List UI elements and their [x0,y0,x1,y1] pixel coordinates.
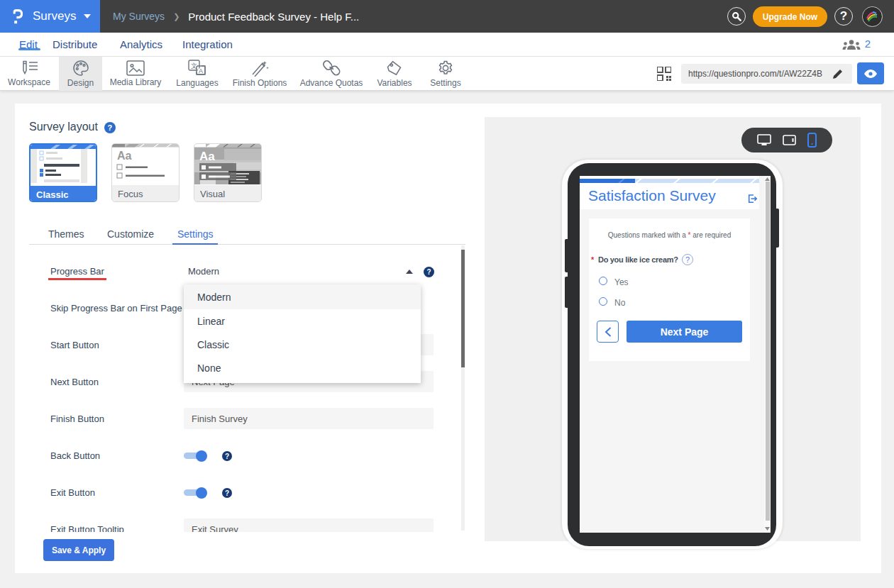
svg-text:Aa: Aa [199,150,215,163]
svg-text:A: A [199,67,203,74]
svg-text:文: 文 [191,62,197,70]
svg-text:Aa: Aa [117,150,132,162]
